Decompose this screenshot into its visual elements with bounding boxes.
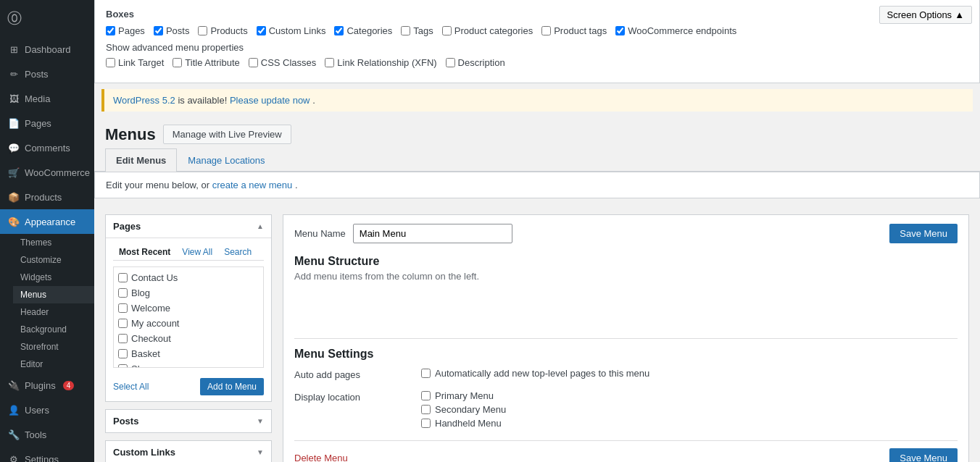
- primary-menu-checkbox[interactable]: [421, 391, 431, 400]
- delete-menu-link[interactable]: Delete Menu: [294, 453, 348, 462]
- checkbox-woocommerce-endpoints[interactable]: WooCommerce endpoints: [615, 25, 736, 36]
- checkbox-link-target[interactable]: Link Target: [106, 57, 164, 68]
- page-checkbox-blog[interactable]: [118, 288, 128, 298]
- manage-live-preview-button[interactable]: Manage with Live Preview: [163, 125, 291, 144]
- checkbox-categories-input[interactable]: [334, 26, 344, 35]
- checkbox-title-attribute-input[interactable]: [173, 58, 182, 67]
- sidebar-item-storefront[interactable]: Storefront: [13, 338, 94, 356]
- sidebar-item-tools[interactable]: 🔧 Tools: [0, 422, 94, 447]
- sidebar-item-menus[interactable]: Menus: [13, 286, 94, 303]
- sidebar-item-header[interactable]: Header: [13, 303, 94, 321]
- auto-add-checkbox-label[interactable]: Automatically add new top-level pages to…: [421, 368, 958, 379]
- sidebar-item-settings[interactable]: ⚙ Settings: [0, 447, 94, 462]
- select-all-link[interactable]: Select All: [113, 382, 149, 392]
- page-checkbox-contact[interactable]: [118, 273, 128, 282]
- sidebar-item-plugins[interactable]: 🔌 Plugins 4: [0, 373, 94, 398]
- sidebar-item-products[interactable]: 📦 Products: [0, 185, 94, 209]
- sidebar-item-pages[interactable]: 📄 Pages: [0, 111, 94, 135]
- checkbox-pages-input[interactable]: [106, 26, 115, 35]
- settings-icon: ⚙: [7, 453, 20, 462]
- checkbox-tags[interactable]: Tags: [401, 25, 433, 36]
- handheld-menu-label[interactable]: Handheld Menu: [421, 418, 958, 429]
- checkbox-title-attribute[interactable]: Title Attribute: [173, 57, 239, 68]
- posts-accordion-title: Posts: [113, 416, 138, 427]
- custom-links-accordion-header[interactable]: Custom Links ▼: [106, 441, 271, 462]
- checkbox-description[interactable]: Description: [446, 57, 505, 68]
- secondary-menu-checkbox[interactable]: [421, 405, 431, 414]
- page-label-blog: Blog: [131, 287, 150, 298]
- page-label-checkout: Checkout: [131, 333, 171, 344]
- posts-accordion-header[interactable]: Posts ▼: [106, 410, 271, 432]
- checkbox-products-input[interactable]: [198, 26, 207, 35]
- checkbox-woocommerce-endpoints-input[interactable]: [615, 26, 625, 35]
- add-to-menu-button[interactable]: Add to Menu: [200, 378, 264, 395]
- sidebar-item-label: Users: [25, 405, 49, 416]
- create-new-menu-link[interactable]: create a new menu: [212, 180, 293, 190]
- checkbox-css-classes-label: CSS Classes: [261, 57, 317, 68]
- primary-menu-label[interactable]: Primary Menu: [421, 390, 958, 401]
- screen-options-button[interactable]: Screen Options ▲: [879, 6, 972, 24]
- pages-tab-most-recent[interactable]: Most Recent: [113, 244, 176, 260]
- tab-edit-menus[interactable]: Edit Menus: [105, 148, 177, 172]
- checkbox-posts[interactable]: Posts: [154, 25, 190, 36]
- sidebar-item-woocommerce[interactable]: 🛒 WooCommerce: [0, 160, 94, 185]
- menu-name-input[interactable]: [353, 224, 512, 243]
- save-menu-top-button[interactable]: Save Menu: [889, 224, 958, 243]
- pages-chevron-icon: ▲: [257, 222, 264, 230]
- checkbox-product-tags[interactable]: Product tags: [541, 25, 607, 36]
- primary-menu-text: Primary Menu: [435, 390, 494, 401]
- update-notice: WordPress 5.2 is available! Please updat…: [101, 89, 973, 112]
- sidebar-item-dashboard[interactable]: ⊞ Dashboard: [0, 37, 94, 62]
- checkbox-css-classes[interactable]: CSS Classes: [249, 57, 317, 68]
- sidebar-item-users[interactable]: 👤 Users: [0, 398, 94, 422]
- page-checkbox-basket[interactable]: [118, 349, 128, 358]
- sidebar-item-posts[interactable]: ✏ Posts: [0, 62, 94, 86]
- checkbox-products[interactable]: Products: [198, 25, 247, 36]
- sidebar-item-editor[interactable]: Editor: [13, 356, 94, 373]
- wordpress-version-link[interactable]: WordPress 5.2: [113, 95, 175, 106]
- tab-manage-locations[interactable]: Manage Locations: [177, 148, 275, 172]
- handheld-menu-checkbox[interactable]: [421, 419, 431, 428]
- sidebar-item-themes[interactable]: Themes: [13, 234, 94, 251]
- save-menu-bottom-button[interactable]: Save Menu: [889, 448, 958, 462]
- custom-links-chevron-icon: ▼: [257, 448, 264, 456]
- boxes-title: Boxes: [106, 9, 968, 20]
- checkbox-custom-links-input[interactable]: [257, 26, 266, 35]
- pages-list: Contact Us Blog Welcome My account: [113, 266, 264, 368]
- checkbox-posts-input[interactable]: [154, 26, 163, 35]
- sidebar-item-customize[interactable]: Customize: [13, 251, 94, 269]
- auto-add-checkbox[interactable]: [421, 369, 431, 378]
- checkbox-link-relationship-input[interactable]: [325, 58, 334, 67]
- sidebar-item-media[interactable]: 🖼 Media: [0, 86, 94, 111]
- checkbox-posts-label: Posts: [166, 25, 190, 36]
- checkbox-product-categories-input[interactable]: [442, 26, 452, 35]
- checkbox-css-classes-input[interactable]: [249, 58, 258, 67]
- sidebar-item-appearance[interactable]: 🎨 Appearance: [0, 209, 94, 234]
- checkbox-product-categories[interactable]: Product categories: [442, 25, 533, 36]
- page-row-basket: Basket: [117, 346, 260, 361]
- page-checkbox-my-account[interactable]: [118, 319, 128, 328]
- secondary-menu-label[interactable]: Secondary Menu: [421, 404, 958, 415]
- woocommerce-icon: 🛒: [7, 166, 20, 179]
- header-label: Header: [20, 307, 49, 317]
- sidebar-item-widgets[interactable]: Widgets: [13, 269, 94, 286]
- sidebar-item-comments[interactable]: 💬 Comments: [0, 135, 94, 160]
- display-location-controls: Primary Menu Secondary Menu Handheld Men…: [421, 390, 958, 432]
- pages-tab-view-all[interactable]: View All: [176, 244, 218, 260]
- checkbox-description-input[interactable]: [446, 58, 455, 67]
- sidebar-item-background[interactable]: Background: [13, 321, 94, 338]
- checkbox-product-tags-input[interactable]: [541, 26, 551, 35]
- checkbox-tags-input[interactable]: [401, 26, 410, 35]
- checkbox-categories[interactable]: Categories: [334, 25, 392, 36]
- screen-options-boxes: Pages Posts Products Custom Links Catego…: [106, 25, 968, 36]
- page-checkbox-welcome[interactable]: [118, 303, 128, 313]
- checkbox-link-relationship[interactable]: Link Relationship (XFN): [325, 57, 436, 68]
- checkbox-custom-links[interactable]: Custom Links: [257, 25, 326, 36]
- checkbox-pages[interactable]: Pages: [106, 25, 145, 36]
- checkbox-link-target-input[interactable]: [106, 58, 115, 67]
- please-update-link[interactable]: Please update now: [230, 95, 310, 106]
- page-checkbox-shop[interactable]: [118, 364, 128, 368]
- page-checkbox-checkout[interactable]: [118, 334, 128, 343]
- pages-accordion-header[interactable]: Pages ▲: [106, 215, 271, 238]
- pages-tab-search[interactable]: Search: [218, 244, 257, 260]
